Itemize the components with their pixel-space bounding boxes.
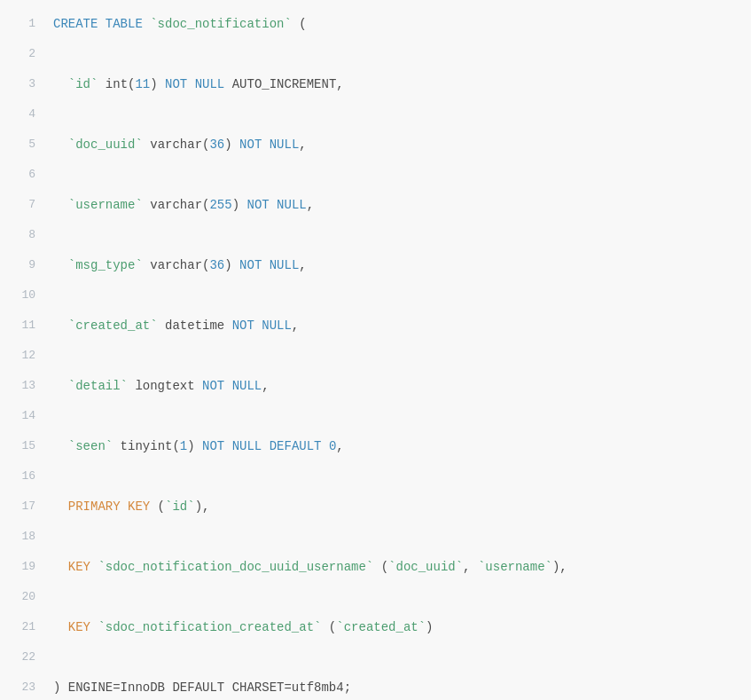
line-content: ) ENGINE=InnoDB DEFAULT CHARSET=utf8mb4; — [53, 672, 742, 700]
code-line: 6 — [0, 160, 751, 190]
token: NOT NULL — [202, 379, 262, 393]
token: `id` — [165, 499, 195, 514]
token: ( — [321, 620, 336, 634]
line-content: CREATE TABLE `sdoc_notification` ( — [53, 9, 742, 39]
line-content: KEY `sdoc_notification_doc_uuid_username… — [53, 552, 742, 582]
token: varchar( — [143, 258, 210, 272]
line-number: 5 — [9, 130, 35, 160]
code-line: 1CREATE TABLE `sdoc_notification` ( — [0, 9, 751, 39]
line-content: `id` int(11) NOT NULL AUTO_INCREMENT, — [53, 69, 742, 99]
token: , — [262, 379, 269, 393]
code-line: 15 `seen` tinyint(1) NOT NULL DEFAULT 0, — [0, 431, 751, 461]
code-line: 16 — [0, 461, 751, 492]
line-content: `msg_type` varchar(36) NOT NULL, — [53, 250, 742, 280]
token: NOT NULL — [165, 77, 224, 91]
token: AUTO_INCREMENT, — [224, 77, 343, 91]
code-line: 2 — [0, 39, 751, 69]
code-line: 18 — [0, 522, 751, 552]
token: NOT NULL — [202, 439, 262, 453]
token: 11 — [135, 77, 150, 91]
line-number: 23 — [9, 672, 35, 700]
token: varchar( — [143, 198, 210, 212]
token: ) — [187, 439, 202, 453]
code-line: 3 `id` int(11) NOT NULL AUTO_INCREMENT, — [0, 69, 751, 99]
line-number: 6 — [9, 160, 35, 190]
line-number: 18 — [9, 522, 35, 552]
token: ( — [373, 560, 388, 574]
line-number: 9 — [9, 250, 35, 280]
code-line: 22 — [0, 642, 751, 672]
token: , — [463, 560, 478, 574]
token: `doc_uuid` — [388, 560, 463, 574]
line-content: `seen` tinyint(1) NOT NULL DEFAULT 0, — [53, 431, 742, 461]
token: `created_at` — [336, 620, 426, 634]
token: NOT NULL — [239, 138, 299, 152]
line-number: 22 — [9, 642, 35, 672]
line-number: 17 — [9, 492, 35, 522]
token: KEY — [53, 620, 90, 634]
token: NOT NULL — [246, 198, 306, 212]
code-line: 14 — [0, 401, 751, 431]
line-number: 12 — [9, 341, 35, 371]
token: ( — [150, 499, 165, 514]
code-line: 20 — [0, 582, 751, 612]
code-line: 5 `doc_uuid` varchar(36) NOT NULL, — [0, 130, 751, 160]
line-content: `doc_uuid` varchar(36) NOT NULL, — [53, 130, 742, 160]
token: PRIMARY KEY — [53, 499, 150, 514]
token: ) — [150, 77, 165, 91]
token: ) ENGINE=InnoDB DEFAULT CHARSET=utf8mb4; — [53, 680, 351, 695]
token: ) — [232, 198, 247, 212]
code-editor: 1CREATE TABLE `sdoc_notification` (23 `i… — [0, 0, 751, 700]
token: 36 — [209, 138, 224, 152]
line-number: 10 — [9, 280, 35, 311]
token: NOT NULL — [239, 258, 299, 272]
code-line: 19 KEY `sdoc_notification_doc_uuid_usern… — [0, 552, 751, 582]
line-number: 16 — [9, 461, 35, 492]
token: , — [299, 258, 306, 272]
token: DEFAULT — [262, 439, 329, 453]
line-content: `created_at` datetime NOT NULL, — [53, 311, 742, 341]
token: NOT NULL — [232, 319, 292, 333]
token: varchar( — [143, 138, 210, 152]
code-line: 8 — [0, 220, 751, 250]
line-content: PRIMARY KEY (`id`), — [53, 492, 742, 522]
line-content: KEY `sdoc_notification_created_at` (`cre… — [53, 612, 742, 642]
line-number: 4 — [9, 99, 35, 130]
token: 255 — [209, 198, 231, 212]
token: , — [292, 319, 299, 333]
code-line: 9 `msg_type` varchar(36) NOT NULL, — [0, 250, 751, 280]
line-number: 20 — [9, 582, 35, 612]
code-line: 21 KEY `sdoc_notification_created_at` (`… — [0, 612, 751, 642]
token: int( — [98, 77, 135, 91]
line-content: `detail` longtext NOT NULL, — [53, 371, 742, 401]
token: ) — [426, 620, 433, 634]
line-number: 7 — [9, 190, 35, 220]
token: longtext — [128, 379, 202, 393]
token: `id` — [53, 77, 98, 91]
token: , — [299, 138, 306, 152]
token: ( — [292, 17, 307, 31]
line-number: 14 — [9, 401, 35, 431]
token: ), — [552, 560, 567, 574]
code-line: 4 — [0, 99, 751, 130]
line-number: 19 — [9, 552, 35, 582]
line-number: 3 — [9, 69, 35, 99]
token: KEY — [53, 560, 90, 574]
token: `msg_type` — [53, 258, 143, 272]
line-number: 13 — [9, 371, 35, 401]
token: `sdoc_notification` — [150, 17, 292, 31]
token: CREATE TABLE — [53, 17, 150, 31]
token: `sdoc_notification_doc_uuid_username` — [90, 560, 373, 574]
line-number: 8 — [9, 220, 35, 250]
token: `username` — [53, 198, 143, 212]
code-line: 17 PRIMARY KEY (`id`), — [0, 492, 751, 522]
token: `sdoc_notification_created_at` — [90, 620, 321, 634]
token: `doc_uuid` — [53, 138, 143, 152]
token: tinyint( — [113, 439, 180, 453]
token: datetime — [158, 319, 232, 333]
code-line: 23) ENGINE=InnoDB DEFAULT CHARSET=utf8mb… — [0, 672, 751, 700]
token: ) — [224, 138, 239, 152]
code-line: 12 — [0, 341, 751, 371]
token: , — [307, 198, 314, 212]
token: 1 — [180, 439, 187, 453]
